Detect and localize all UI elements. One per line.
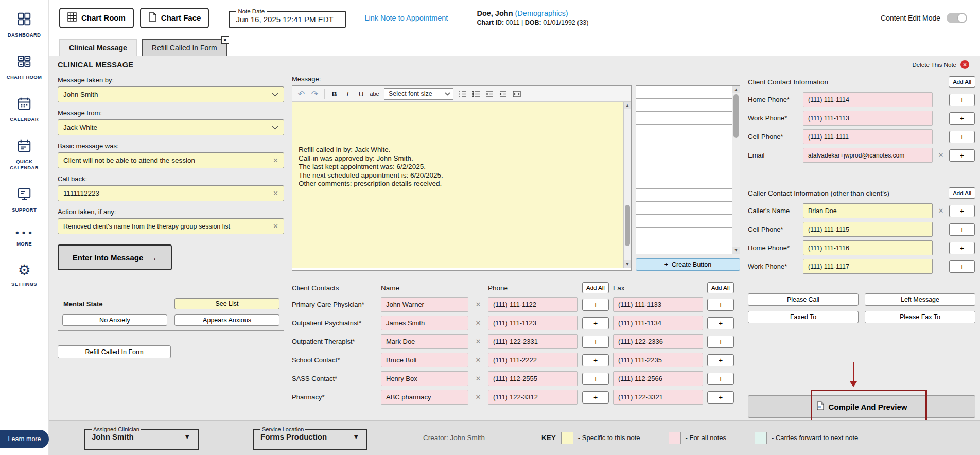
- add-button[interactable]: +: [949, 94, 975, 106]
- add-fax-button[interactable]: +: [707, 354, 734, 366]
- basic-message-field[interactable]: Client will not be able to attend the se…: [58, 152, 284, 168]
- assigned-clinician-select[interactable]: John Smith ▼: [92, 432, 192, 441]
- add-button[interactable]: +: [949, 223, 975, 236]
- chart-room-button[interactable]: Chart Room: [59, 8, 134, 28]
- scrollbar-thumb[interactable]: [625, 205, 630, 246]
- contact-fax-field[interactable]: (111) 111-2235: [613, 353, 703, 367]
- sidebar-item-more[interactable]: ••• MORE: [14, 229, 34, 247]
- redo-icon[interactable]: ↷: [309, 88, 321, 100]
- home-phone-field[interactable]: (111) 111-1114: [803, 92, 933, 107]
- action-taken-field[interactable]: Removed client's name from the therapy g…: [58, 218, 284, 234]
- remove-icon[interactable]: ✕: [472, 301, 484, 308]
- add-phone-button[interactable]: +: [582, 391, 609, 404]
- scroll-down-icon[interactable]: ▼: [732, 247, 740, 254]
- contact-fax-field[interactable]: (111) 122-2336: [613, 334, 703, 349]
- remove-icon[interactable]: ✕: [936, 151, 946, 159]
- strikethrough-button[interactable]: abe: [369, 88, 380, 100]
- service-location-select[interactable]: Forms Production ▼: [260, 432, 361, 441]
- caller-name-field[interactable]: Brian Doe: [803, 203, 933, 218]
- note-date-fieldset[interactable]: Note Date Jun 16, 2025 12:41 PM EDT: [229, 8, 346, 28]
- contact-phone-field[interactable]: (111) 111-2222: [488, 353, 578, 367]
- cell-phone-field[interactable]: (111) 111-1111: [803, 129, 933, 144]
- contact-fax-field[interactable]: (111) 111-1134: [613, 316, 703, 330]
- add-all-phone-button[interactable]: Add All: [582, 282, 609, 293]
- add-fax-button[interactable]: +: [707, 373, 734, 385]
- add-all-client-info-button[interactable]: Add All: [949, 76, 975, 87]
- work-phone-field[interactable]: (111) 111-1113: [803, 111, 933, 126]
- refill-called-in-form-button[interactable]: Refill Called In Form: [58, 345, 171, 358]
- caller-work-phone-field[interactable]: (111) 111-1117: [803, 259, 933, 274]
- contact-name-field[interactable]: Henry Box: [381, 371, 468, 386]
- add-button[interactable]: +: [949, 205, 975, 217]
- tab-clinical-message[interactable]: Clinical Message: [59, 39, 137, 56]
- please-fax-to-button[interactable]: Please Fax To: [865, 311, 975, 323]
- tab-refill-called-in-form[interactable]: Refill Called In Form ✕: [142, 39, 227, 56]
- tab-close-icon[interactable]: ✕: [221, 36, 229, 44]
- contact-name-field[interactable]: Mark Doe: [381, 334, 468, 349]
- contact-name-field[interactable]: James Smith: [381, 316, 468, 330]
- remove-icon[interactable]: ✕: [472, 338, 484, 345]
- callback-field[interactable]: 1111112223 ✕: [58, 185, 284, 201]
- scroll-up-icon[interactable]: ▲: [624, 102, 631, 109]
- add-all-fax-button[interactable]: Add All: [707, 282, 734, 293]
- enter-into-message-button[interactable]: Enter Into Message →: [58, 244, 172, 270]
- sidebar-item-dashboard[interactable]: DASHBOARD: [8, 11, 41, 38]
- add-button[interactable]: +: [949, 131, 975, 143]
- add-button[interactable]: +: [949, 242, 975, 254]
- bullet-list-icon[interactable]: [470, 88, 482, 100]
- sidebar-item-calendar[interactable]: CALENDAR: [10, 96, 39, 122]
- contact-name-field[interactable]: John Warner: [381, 297, 468, 312]
- source-view-icon[interactable]: [511, 88, 522, 100]
- remove-icon[interactable]: ✕: [472, 393, 484, 401]
- list-scrollbar[interactable]: ▲ ▼: [732, 86, 740, 254]
- contact-fax-field[interactable]: (111) 122-3321: [613, 390, 703, 405]
- message-text-area[interactable]: Refill called in by: Jack White. Call-in…: [292, 102, 623, 268]
- contact-phone-field[interactable]: (111) 112-2555: [488, 371, 578, 386]
- delete-this-note-button[interactable]: Delete This Note ✕: [913, 60, 969, 69]
- add-fax-button[interactable]: +: [707, 299, 734, 311]
- please-call-button[interactable]: Please Call: [748, 293, 859, 306]
- link-note-to-appointment[interactable]: Link Note to Appointment: [364, 14, 448, 22]
- caller-cell-phone-field[interactable]: (111) 111-1115: [803, 222, 933, 237]
- add-button[interactable]: +: [949, 260, 975, 273]
- add-fax-button[interactable]: +: [707, 336, 734, 348]
- editor-scrollbar[interactable]: ▲ ▼: [623, 102, 631, 268]
- clear-icon[interactable]: ✕: [269, 189, 278, 197]
- no-anxiety-button[interactable]: No Anxiety: [62, 314, 167, 326]
- add-button[interactable]: +: [949, 112, 975, 125]
- scroll-down-icon[interactable]: ▼: [624, 260, 631, 268]
- indent-decrease-icon[interactable]: [497, 88, 509, 100]
- remove-icon[interactable]: ✕: [472, 356, 484, 364]
- remove-icon[interactable]: ✕: [472, 319, 484, 327]
- add-phone-button[interactable]: +: [582, 373, 609, 385]
- contact-phone-field[interactable]: (111) 111-1123: [488, 316, 578, 330]
- font-size-select[interactable]: Select font size: [384, 88, 453, 100]
- faxed-to-button[interactable]: Faxed To: [748, 311, 859, 323]
- indent-increase-icon[interactable]: [484, 88, 496, 100]
- contact-name-field[interactable]: ABC pharmacy: [381, 390, 468, 405]
- clear-icon[interactable]: ✕: [269, 222, 278, 230]
- custom-buttons-list[interactable]: ▲ ▼: [636, 85, 740, 254]
- chart-face-button[interactable]: Chart Face: [140, 8, 209, 28]
- add-fax-button[interactable]: +: [707, 391, 734, 404]
- demographics-link[interactable]: (Demographics): [515, 9, 568, 18]
- sidebar-item-support[interactable]: SUPPORT: [12, 186, 37, 213]
- appears-anxious-button[interactable]: Appears Anxious: [174, 314, 279, 326]
- compile-and-preview-button[interactable]: Compile And Preview: [748, 395, 975, 418]
- caller-home-phone-field[interactable]: (111) 111-1116: [803, 240, 933, 255]
- contact-phone-field[interactable]: (111) 122-3312: [488, 390, 578, 405]
- contact-fax-field[interactable]: (111) 111-1133: [613, 297, 703, 312]
- undo-icon[interactable]: ↶: [295, 88, 307, 100]
- underline-button[interactable]: U: [355, 88, 367, 100]
- italic-button[interactable]: I: [342, 88, 354, 100]
- create-button[interactable]: + Create Button: [636, 258, 740, 271]
- clear-icon[interactable]: ✕: [269, 156, 278, 164]
- contact-fax-field[interactable]: (111) 112-2566: [613, 371, 703, 386]
- contact-name-field[interactable]: Bruce Bolt: [381, 353, 468, 367]
- bold-button[interactable]: B: [328, 88, 340, 100]
- email-field[interactable]: atalvadekar+jwprod@icanotes.com: [803, 148, 933, 163]
- add-phone-button[interactable]: +: [582, 299, 609, 311]
- add-phone-button[interactable]: +: [582, 317, 609, 329]
- ordered-list-icon[interactable]: [457, 88, 469, 100]
- remove-icon[interactable]: ✕: [936, 207, 946, 215]
